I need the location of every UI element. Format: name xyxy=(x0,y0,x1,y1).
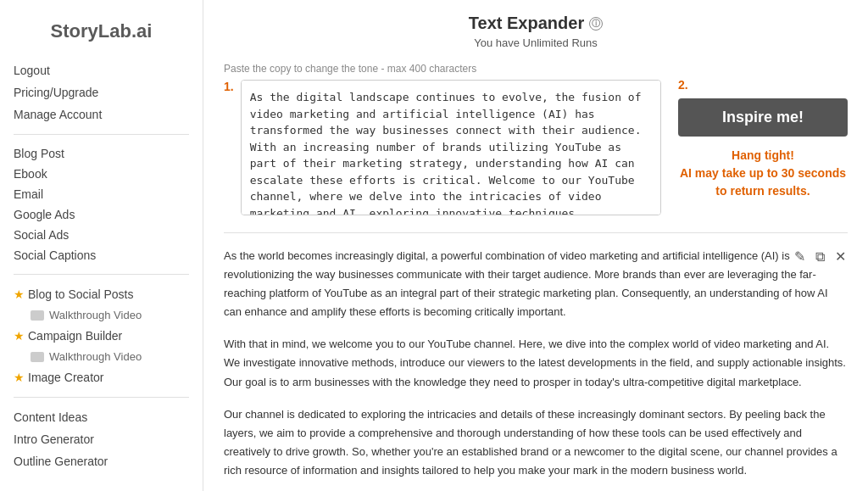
outline-generator-link[interactable]: Outline Generator xyxy=(14,450,189,472)
input-column: Paste the copy to change the tone - max … xyxy=(224,63,661,215)
sidebar-divider-1 xyxy=(14,134,189,135)
result-paragraph-1: As the world becomes increasingly digita… xyxy=(224,247,848,321)
blog-social-walkthrough[interactable]: Walkthrough Video xyxy=(14,305,189,325)
wait-message: Hang tight! AI may take up to 30 seconds… xyxy=(680,147,846,200)
video-icon-campaign xyxy=(31,352,44,362)
manage-account-link[interactable]: Manage Account xyxy=(14,103,189,126)
delete-result-btn[interactable]: ✕ xyxy=(833,247,848,266)
campaign-builder-feature[interactable]: ★ Campaign Builder xyxy=(14,325,189,347)
page-title-text: Text Expander xyxy=(469,14,584,33)
text-input[interactable] xyxy=(241,80,661,215)
campaign-walkthrough[interactable]: Walkthrough Video xyxy=(14,347,189,366)
sidebar-divider-2 xyxy=(14,274,189,275)
step2-label: 2. xyxy=(678,78,688,92)
google-ads-nav[interactable]: Google Ads xyxy=(14,204,189,225)
pricing-link[interactable]: Pricing/Upgrade xyxy=(14,81,189,103)
result-paragraph-3: Our channel is dedicated to exploring th… xyxy=(224,405,848,480)
blog-to-social-feature[interactable]: ★ Blog to Social Posts xyxy=(14,283,189,305)
input-label: Paste the copy to change the tone - max … xyxy=(224,63,661,75)
social-ads-nav[interactable]: Social Ads xyxy=(14,225,189,245)
edit-result-btn[interactable]: ✎ xyxy=(793,247,807,266)
logo-text: StoryLab.ai xyxy=(51,20,153,42)
info-icon[interactable]: ⓘ xyxy=(589,17,603,31)
result-area: ✎ ⧉ ✕ As the world becomes increasingly … xyxy=(224,232,848,480)
campaign-walkthrough-label: Walkthrough Video xyxy=(49,350,142,363)
step1-label: 1. xyxy=(224,80,234,93)
app-logo: StoryLab.ai xyxy=(0,14,203,59)
blog-social-label: Blog to Social Posts xyxy=(28,287,134,301)
page-subtitle: You have Unlimited Runs xyxy=(224,36,848,49)
copy-result-btn[interactable]: ⧉ xyxy=(814,247,826,266)
ebook-nav[interactable]: Ebook xyxy=(14,164,189,184)
star-icon-blog: ★ xyxy=(14,287,25,301)
page-title: Text Expander ⓘ xyxy=(469,14,603,33)
account-section: Logout Pricing/Upgrade Manage Account Bl… xyxy=(0,59,203,472)
sidebar: StoryLab.ai Logout Pricing/Upgrade Manag… xyxy=(0,0,203,491)
email-nav[interactable]: Email xyxy=(14,184,189,204)
input-section: Paste the copy to change the tone - max … xyxy=(224,63,848,215)
image-creator-label: Image Creator xyxy=(28,371,103,384)
intro-generator-link[interactable]: Intro Generator xyxy=(14,428,189,450)
main-content: Text Expander ⓘ You have Unlimited Runs … xyxy=(203,0,868,491)
image-creator-feature[interactable]: ★ Image Creator xyxy=(14,366,189,388)
campaign-builder-label: Campaign Builder xyxy=(28,329,122,343)
star-icon-image: ★ xyxy=(14,371,25,384)
content-ideas-link[interactable]: Content Ideas xyxy=(14,406,189,428)
result-paragraph-2: With that in mind, we welcome you to our… xyxy=(224,335,848,391)
inspire-button[interactable]: Inspire me! xyxy=(678,98,848,137)
logout-link[interactable]: Logout xyxy=(14,59,189,81)
page-title-area: Text Expander ⓘ xyxy=(224,14,848,33)
star-icon-campaign: ★ xyxy=(14,329,25,343)
action-column: 2. Inspire me! Hang tight! AI may take u… xyxy=(678,63,848,200)
video-icon-blog xyxy=(31,310,44,321)
wait-message-text: Hang tight! AI may take up to 30 seconds… xyxy=(680,148,846,198)
blog-social-walkthrough-label: Walkthrough Video xyxy=(49,309,142,321)
result-actions: ✎ ⧉ ✕ xyxy=(793,247,848,266)
blog-post-nav[interactable]: Blog Post xyxy=(14,143,189,164)
sidebar-divider-3 xyxy=(14,397,189,398)
social-captions-nav[interactable]: Social Captions xyxy=(14,245,189,265)
